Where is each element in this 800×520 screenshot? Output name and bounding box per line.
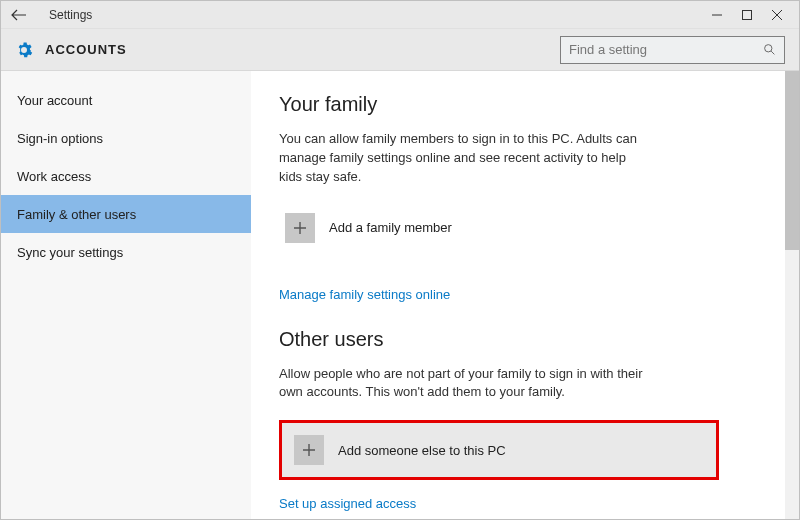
window-title: Settings: [49, 8, 92, 22]
close-button[interactable]: [769, 7, 785, 23]
sidebar-item-signin-options[interactable]: Sign-in options: [1, 119, 251, 157]
family-heading: Your family: [279, 93, 757, 116]
minimize-button[interactable]: [709, 7, 725, 23]
other-users-heading: Other users: [279, 328, 757, 351]
add-family-member-button[interactable]: Add a family member: [279, 205, 757, 251]
sidebar-item-label: Sync your settings: [17, 245, 123, 260]
search-box[interactable]: [560, 36, 785, 64]
sidebar-item-sync-settings[interactable]: Sync your settings: [1, 233, 251, 271]
assigned-access-link[interactable]: Set up assigned access: [279, 496, 416, 511]
sidebar-item-label: Family & other users: [17, 207, 136, 222]
sidebar-item-label: Your account: [17, 93, 92, 108]
manage-family-link[interactable]: Manage family settings online: [279, 287, 450, 302]
gear-icon: [15, 41, 33, 59]
plus-icon: [285, 213, 315, 243]
add-family-member-label: Add a family member: [329, 220, 452, 235]
family-description: You can allow family members to sign in …: [279, 130, 649, 187]
add-other-user-highlight: Add someone else to this PC: [279, 420, 719, 480]
titlebar: Settings: [1, 1, 799, 29]
section-name: ACCOUNTS: [45, 42, 127, 57]
search-input[interactable]: [569, 42, 763, 57]
sidebar-item-family-other-users[interactable]: Family & other users: [1, 195, 251, 233]
other-users-description: Allow people who are not part of your fa…: [279, 365, 649, 403]
svg-line-3: [771, 51, 774, 54]
section-header: ACCOUNTS: [1, 29, 799, 71]
sidebar-item-work-access[interactable]: Work access: [1, 157, 251, 195]
search-icon: [763, 43, 776, 56]
back-button[interactable]: [7, 7, 31, 23]
svg-rect-1: [743, 10, 752, 19]
scrollbar[interactable]: [785, 71, 799, 519]
add-other-user-label: Add someone else to this PC: [338, 443, 506, 458]
content-area: Your family You can allow family members…: [251, 71, 785, 519]
plus-icon: [294, 435, 324, 465]
sidebar-item-label: Sign-in options: [17, 131, 103, 146]
add-other-user-button[interactable]: Add someone else to this PC: [288, 429, 710, 471]
settings-window: Settings ACCOUNTS: [0, 0, 800, 520]
maximize-button[interactable]: [739, 7, 755, 23]
scrollbar-thumb[interactable]: [785, 71, 799, 250]
sidebar-item-your-account[interactable]: Your account: [1, 81, 251, 119]
svg-point-2: [765, 45, 772, 52]
sidebar-item-label: Work access: [17, 169, 91, 184]
sidebar: Your account Sign-in options Work access…: [1, 71, 251, 519]
